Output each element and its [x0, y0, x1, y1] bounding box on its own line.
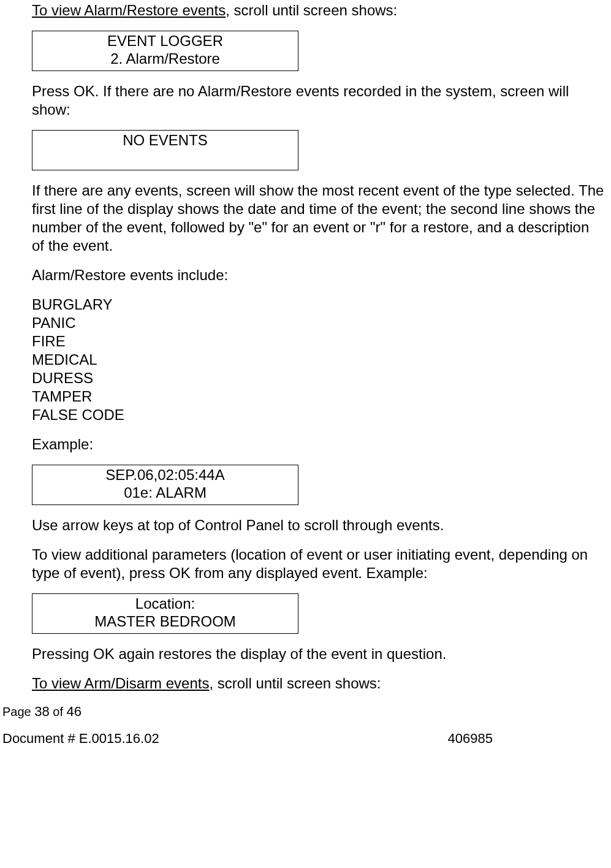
event-type: DURESS: [32, 369, 605, 387]
event-type: FIRE: [32, 332, 605, 351]
footer-doc-label: Document #: [2, 731, 79, 746]
paragraph-arrow-keys: Use arrow keys at top of Control Panel t…: [32, 516, 605, 535]
footer-page-total: 46: [67, 704, 82, 719]
screen-event-logger: EVENT LOGGER 2. Alarm/Restore: [32, 31, 298, 71]
event-type: BURGLARY: [32, 295, 605, 314]
event-type: PANIC: [32, 314, 605, 332]
event-type: TAMPER: [32, 387, 605, 406]
screen-line: 2. Alarm/Restore: [32, 50, 298, 68]
screen-line: Location:: [32, 595, 298, 613]
footer-page-num: 38: [34, 704, 49, 719]
intro-paragraph: To view Alarm/Restore events, scroll unt…: [32, 1, 605, 20]
outro-rest: , scroll until screen shows:: [209, 675, 381, 691]
intro-underlined: To view Alarm/Restore events: [32, 2, 226, 18]
screen-line: EVENT LOGGER: [32, 32, 298, 50]
footer-of-word: of: [50, 705, 67, 718]
paragraph-press-ok: Press OK. If there are no Alarm/Restore …: [32, 82, 605, 119]
page: To view Alarm/Restore events, scroll unt…: [0, 1, 611, 753]
event-type: FALSE CODE: [32, 406, 605, 424]
outro-paragraph: To view Arm/Disarm events, scroll until …: [32, 674, 605, 693]
event-type: MEDICAL: [32, 351, 605, 369]
footer-page-number: Page 38 of 46: [2, 704, 605, 720]
paragraph-pressing-ok-again: Pressing OK again restores the display o…: [32, 645, 605, 663]
screen-line: NO EVENTS: [32, 132, 298, 150]
content-area: To view Alarm/Restore events, scroll unt…: [0, 1, 611, 693]
intro-rest: , scroll until screen shows:: [226, 2, 397, 18]
footer-doc-left: Document # E.0015.16.02: [2, 731, 159, 747]
screen-no-events: NO EVENTS: [32, 130, 298, 170]
screen-location: Location: MASTER BEDROOM: [32, 593, 298, 634]
paragraph-additional-params: To view additional parameters (location …: [32, 546, 605, 582]
footer-right-num: 406985: [448, 731, 493, 747]
footer-page-word: Page: [2, 705, 34, 718]
screen-line: SEP.06,02:05:44A: [32, 466, 298, 484]
screen-line: 01e: ALARM: [32, 484, 298, 502]
paragraph-events-description: If there are any events, screen will sho…: [32, 181, 605, 255]
paragraph-events-include: Alarm/Restore events include:: [32, 266, 605, 284]
event-types-list: BURGLARY PANIC FIRE MEDICAL DURESS TAMPE…: [32, 295, 605, 424]
screen-line: MASTER BEDROOM: [32, 613, 298, 631]
footer-doc-line: Document # E.0015.16.02 406985: [2, 731, 493, 747]
screen-example-event: SEP.06,02:05:44A 01e: ALARM: [32, 465, 298, 505]
outro-underlined: To view Arm/Disarm events: [32, 675, 209, 691]
footer-doc-num: E.0015.16.02: [79, 731, 159, 746]
page-footer: Page 38 of 46 Document # E.0015.16.02 40…: [0, 704, 611, 747]
example-label: Example:: [32, 435, 605, 454]
